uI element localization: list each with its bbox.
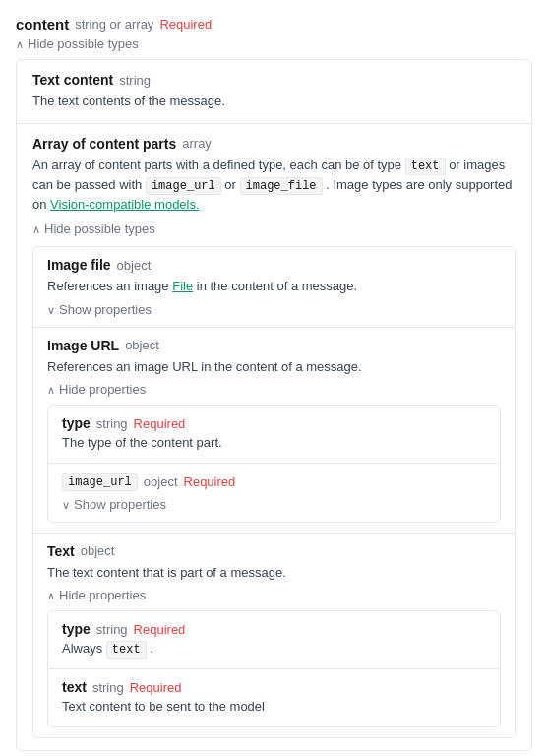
text-props-box: type string Required Always text . [47,610,501,727]
text-type-prop-name: type [62,621,91,637]
image-url-type-desc: The type of the content part. [62,433,486,453]
text-content-item: Text content string The text contents of… [17,60,531,124]
vision-models-link[interactable]: Vision-compatible models. [50,197,200,212]
chevron-up-icon [16,36,24,51]
text-text-required: Required [130,680,182,695]
text-type-required: Required [134,622,186,637]
image-url-props-box: type string Required The type of the con… [47,405,501,523]
array-content-header: Array of content parts array [32,136,516,152]
image-url-url-show-props-toggle[interactable]: Show properties [62,497,486,512]
text-subtype-name: Text [47,543,75,559]
array-content-desc: An array of content parts with a defined… [32,156,516,215]
text-hide-props-toggle[interactable]: Hide properties [47,588,501,602]
text-type-prop-type: string [96,622,128,637]
subtypes-box: Image file object References an image Fi… [32,246,516,738]
text-text-prop: text string Required Text content to be … [48,669,500,726]
image-url-name: Image URL [47,338,119,353]
text-subtype-type: object [81,543,115,558]
image-url-desc: References an image URL in the content o… [47,357,501,377]
image-file-desc: References an image File in the content … [47,277,501,296]
image-url-item: Image URL object References an image URL… [33,328,515,534]
image-url-url-prop-type: object [144,474,178,489]
content-required-badge: Required [159,17,212,32]
file-link[interactable]: File [172,279,193,293]
text-content-header: Text content string [32,72,516,88]
image-url-url-prop: image_url object Required Show propertie… [48,464,500,522]
possible-types-box: Text content string The text contents of… [16,59,532,751]
text-text-prop-name: text [62,679,87,695]
text-type-desc: Always text . [62,639,486,659]
text-type-prop: type string Required Always text . [48,611,500,669]
text-subtype-header: Text object [47,543,501,559]
image-url-url-chevron-icon [62,497,70,512]
image-url-url-prop-name: image_url [62,473,138,491]
image-file-name: Image file [47,257,111,273]
image-file-type: object [117,258,152,273]
image-url-type: object [125,338,159,352]
text-content-desc: The text contents of the message. [32,92,516,111]
array-chevron-up-icon [32,221,40,236]
text-subtype-item: Text object The text content that is par… [33,534,515,737]
image-file-header: Image file object [47,257,501,273]
array-content-name: Array of content parts [32,136,176,152]
image-url-type-required: Required [134,416,186,431]
text-content-type: string [119,73,151,88]
image-url-code: image_url [146,177,221,195]
hide-possible-types-toggle[interactable]: Hide possible types [16,36,532,51]
image-url-type-prop: type string Required The type of the con… [48,406,500,464]
image-url-type-prop-name: type [62,415,91,431]
text-subtype-desc: The text content that is part of a messa… [47,563,501,583]
image-url-url-required: Required [184,474,236,489]
array-hide-types-toggle[interactable]: Hide possible types [32,221,516,236]
array-content-item: Array of content parts array An array of… [17,124,531,750]
text-text-prop-type: string [92,680,124,695]
image-url-hide-props-toggle[interactable]: Hide properties [47,382,501,397]
text-text-desc: Text content to be sent to the model [62,697,486,717]
content-header: content string or array Required [16,16,532,32]
image-url-type-prop-type: string [96,416,128,431]
page-root: content string or array Required Hide po… [16,16,532,751]
text-content-name: Text content [32,72,113,88]
image-url-header: Image URL object [47,338,501,353]
content-prop-name: content [16,16,69,32]
image-url-chevron-up-icon [47,382,55,397]
array-content-type: array [182,136,212,151]
image-file-chevron-down-icon [47,302,55,317]
content-type-label: string or array [75,17,153,32]
image-file-item: Image file object References an image Fi… [33,247,515,328]
text-code: text [405,158,446,175]
image-file-code: image_file [240,177,323,195]
text-always-code: text [106,641,147,659]
text-chevron-up-icon [47,588,55,602]
image-file-show-props-toggle[interactable]: Show properties [47,302,501,317]
